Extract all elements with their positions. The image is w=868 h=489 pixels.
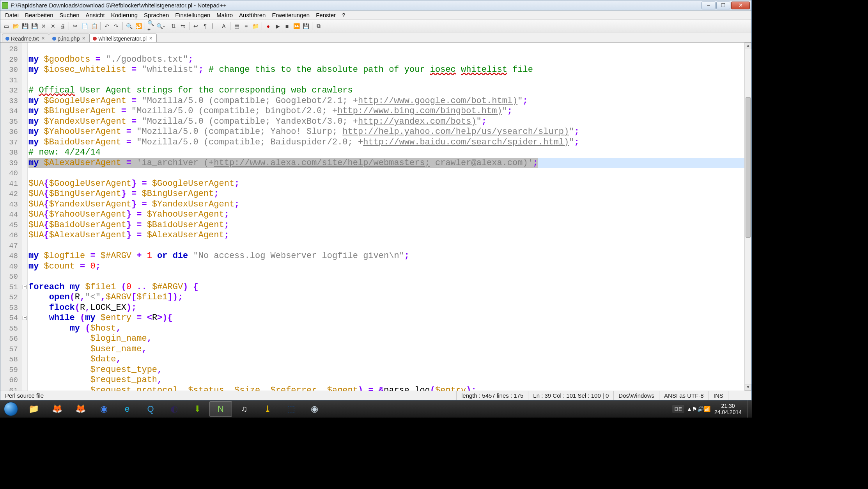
maximize-button[interactable]: ❐ <box>716 2 730 9</box>
tab-close-icon[interactable]: ✕ <box>149 36 152 41</box>
code-line[interactable]: $login_name, <box>28 334 744 344</box>
copy-button[interactable]: 📄 <box>80 22 89 30</box>
code-line[interactable]: $UA{$AlexaUserAgent} = $AlexaUserAgent; <box>28 230 744 241</box>
code-line[interactable]: foreach my $file1 (0 .. $#ARGV) { <box>28 282 744 293</box>
language-indicator[interactable]: DE <box>672 405 684 413</box>
code-line[interactable] <box>28 75 744 86</box>
macro-play-multi-button[interactable]: ⏩ <box>292 22 301 30</box>
replace-button[interactable]: 🔁 <box>134 22 143 30</box>
taskbar-chrome-button[interactable]: ◉ <box>92 401 115 417</box>
func-list-button[interactable]: ≡ <box>242 22 250 30</box>
taskbar-steam-button[interactable]: ◉ <box>303 401 326 417</box>
tray-icon-0[interactable]: ▲ <box>687 406 692 412</box>
show-all-button[interactable]: ¶ <box>201 22 209 30</box>
macro-rec-button[interactable]: ● <box>264 22 273 30</box>
code-line[interactable]: my $iosec_whitelist = "whitelist"; # cha… <box>28 65 744 75</box>
find-button[interactable]: 🔍 <box>125 22 133 30</box>
paste-button[interactable]: 📋 <box>90 22 98 30</box>
fold-column[interactable]: −− <box>22 43 28 391</box>
code-line[interactable]: # new: 4/24/14 <box>28 148 744 158</box>
code-line[interactable] <box>28 241 744 251</box>
taskbar-gimp-button[interactable]: 🦊 <box>46 401 68 417</box>
code-line[interactable]: $UA{$BaidoUserAgent} = $BaidoUserAgent; <box>28 220 744 231</box>
vertical-scrollbar[interactable]: ▲ ▼ <box>744 43 751 391</box>
tab-close-icon[interactable]: ✕ <box>41 36 45 41</box>
close-file-button[interactable]: ✕ <box>39 22 48 30</box>
code-line[interactable]: open(R,"<",$ARGV[$file1]); <box>28 292 744 303</box>
menu-erweiterungen[interactable]: Erweiterungen <box>269 11 313 19</box>
tab-readme-txt[interactable]: Readme.txt✕ <box>2 34 49 42</box>
wrap-button[interactable]: ↩ <box>191 22 200 30</box>
code-line[interactable]: my $BingUserAgent = "Mozilla/5.0 (compat… <box>28 106 744 117</box>
clock[interactable]: 21:30 24.04.2014 <box>710 403 746 415</box>
start-button[interactable] <box>0 400 22 418</box>
macro-play-button[interactable]: ▶ <box>273 22 282 30</box>
fold-toggle-icon[interactable]: − <box>23 285 27 289</box>
taskbar-quicktime-button[interactable]: Q <box>139 401 162 417</box>
code-line[interactable] <box>28 168 744 179</box>
tab-close-icon[interactable]: ✕ <box>82 36 85 41</box>
macro-save-button[interactable]: 💾 <box>301 22 310 30</box>
scrollbar-thumb[interactable] <box>746 97 751 238</box>
tray-icon-3[interactable]: 📶 <box>704 406 710 412</box>
menu-ausführen[interactable]: Ausführen <box>236 11 269 19</box>
code-line[interactable]: my ($host, <box>28 324 744 334</box>
macro-stop-button[interactable]: ■ <box>283 22 291 30</box>
menu-?[interactable]: ? <box>339 11 348 19</box>
code-line[interactable]: my $GoogleUserAgent = "Mozilla/5.0 (comp… <box>28 96 744 107</box>
menu-suchen[interactable]: Suchen <box>57 11 83 19</box>
taskbar-utorrent-button[interactable]: ⬇ <box>186 401 209 417</box>
code-line[interactable] <box>28 272 744 282</box>
close-button[interactable]: ✕ <box>731 2 750 9</box>
code-line[interactable]: my $count = 0; <box>28 261 744 272</box>
close-all-button[interactable]: ✕ <box>49 22 57 30</box>
tab-whitelistgenerator-pl[interactable]: whitelistgenerator.pl✕ <box>89 34 157 42</box>
sync-v-button[interactable]: ⇅ <box>169 22 178 30</box>
code-line[interactable]: $user_name, <box>28 344 744 355</box>
code-line[interactable]: my $YandexUserAgent = "Mozilla/5.0 (comp… <box>28 117 744 127</box>
undo-button[interactable]: ↶ <box>103 22 111 30</box>
code-line[interactable]: my $YahooUserAgent = "Mozilla/5.0 (compa… <box>28 127 744 137</box>
cut-button[interactable]: ✂ <box>71 22 80 30</box>
code-line[interactable]: while (my $entry = <R>){ <box>28 313 744 324</box>
print-button[interactable]: 🖨 <box>58 22 67 30</box>
menu-ansicht[interactable]: Ansicht <box>82 11 108 19</box>
code-line[interactable]: flock(R,LOCK_EX); <box>28 303 744 313</box>
menu-kodierung[interactable]: Kodierung <box>108 11 141 19</box>
editor[interactable]: 2829303132333435363738394041424344454647… <box>0 43 751 391</box>
menu-einstellungen[interactable]: Einstellungen <box>172 11 213 19</box>
code-line[interactable]: my $goodbots = "./goodbots.txt"; <box>28 55 744 65</box>
menu-bearbeiten[interactable]: Bearbeiten <box>22 11 57 19</box>
code-line[interactable]: $UA{$YandexUserAgent} = $YandexUserAgent… <box>28 199 744 210</box>
show-desktop-button[interactable] <box>747 400 752 418</box>
menu-sprachen[interactable]: Sprachen <box>141 11 172 19</box>
indent-guide-button[interactable]: ⎸ <box>210 22 219 30</box>
minimize-button[interactable]: – <box>701 2 716 9</box>
zoom-in-button[interactable]: 🔍+ <box>147 22 156 30</box>
taskbar-virtualbox-button[interactable]: ⬚ <box>280 401 302 417</box>
code-line[interactable]: my $AlexaUserAgent = 'ia_archiver (+http… <box>28 158 744 169</box>
code-line[interactable]: $UA{$GoogleUserAgent} = $GoogleUserAgent… <box>28 179 744 189</box>
code-line[interactable]: my $logfile = $#ARGV + 1 or die "No acce… <box>28 251 744 261</box>
taskbar-notepadpp-button[interactable]: N <box>209 401 232 417</box>
code-line[interactable]: $request_path, <box>28 375 744 386</box>
code-line[interactable]: $request_type, <box>28 365 744 375</box>
folder-button[interactable]: 📁 <box>251 22 260 30</box>
sync-h-button[interactable]: ⇆ <box>179 22 187 30</box>
code-line[interactable]: $UA{$BingUserAgent} = $BingUserAgent; <box>28 189 744 199</box>
save-button[interactable]: 💾 <box>21 22 29 30</box>
status-insert-mode[interactable]: INS <box>709 391 728 400</box>
save-all-button[interactable]: 💾 <box>30 22 39 30</box>
lang-button[interactable]: A <box>220 22 228 30</box>
titlebar[interactable]: F:\Rapidshare Downloads\download 5\Refbl… <box>0 0 751 11</box>
new-file-button[interactable]: ▭ <box>2 22 11 30</box>
menu-datei[interactable]: Datei <box>2 11 22 19</box>
taskbar-foobar-button[interactable]: ♫ <box>233 401 255 417</box>
tab-p-inc-php[interactable]: p.inc.php✕ <box>49 34 90 42</box>
compare-button[interactable]: ⧉ <box>314 22 323 30</box>
taskbar-jdownloader-button[interactable]: ⤓ <box>256 401 279 417</box>
menu-makro[interactable]: Makro <box>213 11 236 19</box>
scroll-down-arrow-icon[interactable]: ▼ <box>745 384 751 391</box>
doc-map-button[interactable]: ▤ <box>232 22 241 30</box>
code-area[interactable]: my $goodbots = "./goodbots.txt";my $iose… <box>28 43 744 391</box>
